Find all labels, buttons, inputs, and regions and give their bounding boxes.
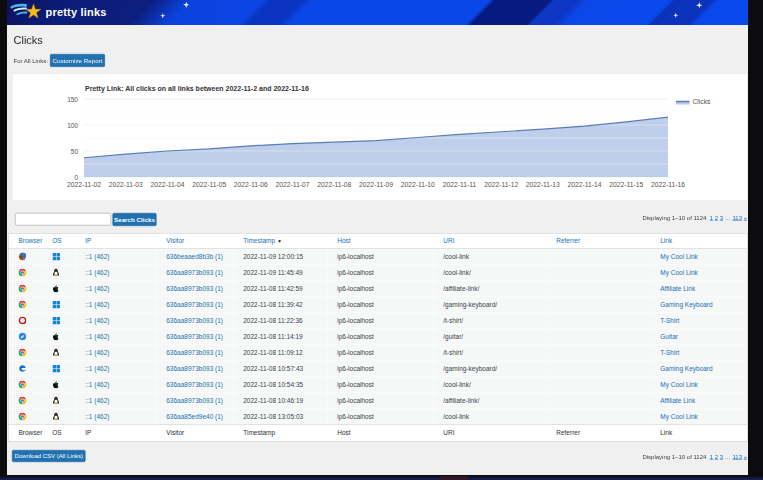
svg-text:50: 50	[71, 148, 79, 155]
svg-text:2022-11-14: 2022-11-14	[568, 181, 602, 188]
svg-text:2022-11-06: 2022-11-06	[234, 181, 268, 188]
svg-text:2022-11-10: 2022-11-10	[401, 181, 435, 188]
svg-text:2022-11-16: 2022-11-16	[651, 181, 685, 188]
svg-text:2022-11-02: 2022-11-02	[67, 181, 101, 188]
svg-text:2022-11-05: 2022-11-05	[192, 181, 226, 188]
svg-text:2022-11-09: 2022-11-09	[359, 181, 393, 188]
svg-text:2022-11-11: 2022-11-11	[443, 181, 477, 188]
svg-text:2022-11-04: 2022-11-04	[150, 181, 184, 188]
svg-text:150: 150	[67, 96, 78, 103]
svg-text:2022-11-13: 2022-11-13	[526, 181, 560, 188]
svg-text:2022-11-12: 2022-11-12	[484, 181, 518, 188]
svg-text:Clicks: Clicks	[693, 98, 712, 105]
svg-text:2022-11-03: 2022-11-03	[109, 181, 143, 188]
svg-text:0: 0	[74, 174, 78, 181]
svg-text:2022-11-08: 2022-11-08	[317, 181, 351, 188]
svg-text:2022-11-15: 2022-11-15	[609, 181, 643, 188]
svg-text:2022-11-07: 2022-11-07	[276, 181, 310, 188]
svg-text:100: 100	[67, 122, 78, 129]
svg-text:Pretty Link: All clicks on all: Pretty Link: All clicks on all links bet…	[85, 85, 309, 93]
